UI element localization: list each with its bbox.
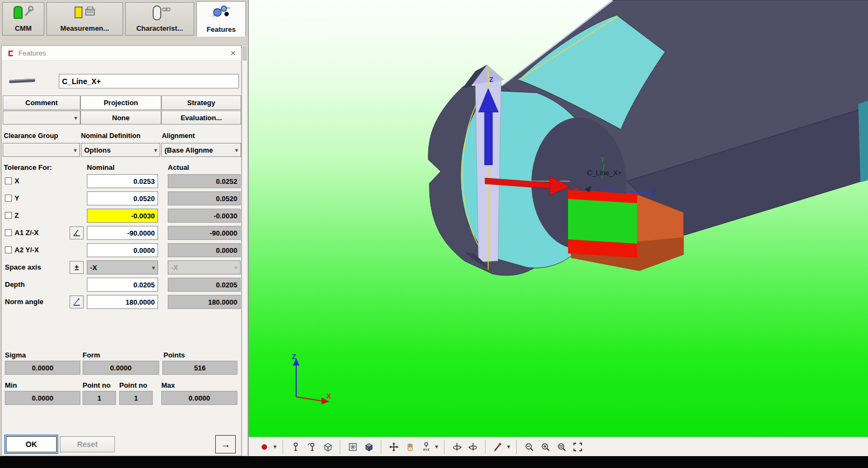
depth-actual-value: 0.0205 bbox=[216, 281, 237, 289]
comment-button-label: Comment bbox=[25, 99, 58, 107]
max-value: 0.0000 bbox=[189, 394, 210, 402]
plus-minus-button[interactable]: ± bbox=[70, 261, 84, 274]
feature-y-axis-label: Y bbox=[600, 156, 605, 163]
max-field: 0.0000 bbox=[161, 391, 237, 405]
pan-view-button[interactable] bbox=[387, 440, 401, 454]
rotate-axis-ccw-icon bbox=[468, 442, 479, 452]
min-field: 0.0000 bbox=[5, 391, 80, 405]
stylus-tool-button[interactable] bbox=[491, 440, 505, 454]
iso-view-button[interactable] bbox=[321, 440, 335, 454]
triad-x-label: X bbox=[326, 392, 331, 400]
z-nominal-input[interactable] bbox=[87, 209, 158, 223]
readout-z: Z =-0.0030 bbox=[279, 29, 326, 38]
bottom-strip bbox=[0, 456, 868, 468]
sigma-label: Sigma bbox=[5, 351, 26, 359]
next-feature-button[interactable]: → bbox=[215, 435, 236, 453]
scrollbar-thumb[interactable] bbox=[243, 46, 247, 60]
x-nominal-input[interactable] bbox=[87, 174, 158, 188]
probe-display-button-2[interactable] bbox=[305, 440, 319, 454]
a1-actual-field: -90.0000 bbox=[168, 226, 241, 240]
angle-reference-icon bbox=[72, 228, 81, 238]
sigma-value: 0.0000 bbox=[32, 364, 53, 372]
clearance-group-select[interactable]: ▾ bbox=[3, 143, 80, 157]
zoom-in-button[interactable] bbox=[538, 440, 552, 454]
projection-button[interactable]: Projection bbox=[80, 95, 161, 110]
depth-nominal-input[interactable] bbox=[87, 278, 158, 292]
arrow-right-icon: → bbox=[221, 439, 230, 450]
strategy-button[interactable]: Strategy bbox=[161, 95, 241, 110]
dialog-scrollbar[interactable] bbox=[242, 45, 248, 456]
points-field: 516 bbox=[162, 361, 237, 375]
y-checkbox[interactable] bbox=[5, 195, 12, 202]
norm-angle-nominal-input[interactable] bbox=[87, 295, 158, 309]
tab-characteristics-label: Characterist... bbox=[136, 24, 183, 32]
chevron-down-icon: ▾ bbox=[152, 265, 155, 271]
norm-angle-actual-field: 180.0000 bbox=[168, 295, 241, 309]
x-actual-value: 0.0252 bbox=[216, 177, 237, 185]
x-checkbox[interactable] bbox=[5, 177, 12, 184]
nominal-definition-label: Nominal Definition bbox=[81, 132, 140, 140]
rotate-view-button-1[interactable] bbox=[450, 440, 464, 454]
comment-select[interactable]: ▾ bbox=[3, 111, 80, 125]
form-label: Form bbox=[83, 351, 100, 359]
space-axis-select[interactable]: -X ▾ bbox=[87, 260, 158, 274]
record-point-button[interactable] bbox=[257, 440, 271, 454]
tab-measurement[interactable]: Measuremen... bbox=[46, 2, 123, 36]
reset-button[interactable]: Reset bbox=[60, 436, 115, 452]
tab-features[interactable]: Features bbox=[196, 1, 246, 37]
projection-button-label: Projection bbox=[104, 99, 138, 107]
zoom-window-button[interactable] bbox=[555, 440, 569, 454]
readout-x: X =0.0263 bbox=[279, 11, 326, 20]
close-icon[interactable]: × bbox=[230, 49, 236, 58]
shaded-view-button[interactable] bbox=[362, 440, 376, 454]
cmm-machine-icon bbox=[12, 5, 35, 20]
norm-angle-button[interactable] bbox=[70, 295, 84, 308]
tab-features-label: Features bbox=[207, 25, 236, 33]
a1-nominal-input[interactable] bbox=[87, 226, 158, 240]
chevron-down-icon[interactable]: ▾ bbox=[274, 443, 277, 450]
nominal-definition-select[interactable]: Options ▾ bbox=[81, 143, 160, 157]
strategy-button-label: Strategy bbox=[187, 99, 215, 107]
readout-y: Y =0.0620 bbox=[279, 20, 326, 29]
z-checkbox[interactable] bbox=[5, 212, 12, 219]
projection-none-button[interactable]: None bbox=[80, 111, 161, 125]
chevron-down-icon[interactable]: ▾ bbox=[435, 443, 439, 450]
evaluation-button[interactable]: Evaluation... bbox=[161, 111, 241, 125]
comment-button[interactable]: Comment bbox=[3, 95, 80, 110]
wireframe-view-button[interactable] bbox=[346, 440, 360, 454]
cad-viewport[interactable]: Z Z Y X Z X X =0.0263 Y =0.0620 Z =-0.00… bbox=[248, 0, 868, 456]
space-axis-value: -X bbox=[90, 264, 97, 272]
y-row-label: Y bbox=[15, 194, 19, 202]
grab-view-button[interactable] bbox=[403, 440, 417, 454]
a2-nominal-input[interactable] bbox=[87, 243, 158, 257]
feature-label: C_Line_X+ bbox=[587, 169, 622, 177]
fit-view-button[interactable] bbox=[571, 440, 585, 454]
characteristics-icon bbox=[149, 5, 170, 21]
zoom-out-button[interactable] bbox=[522, 440, 536, 454]
point-no-value-1: 1 bbox=[97, 394, 101, 402]
a1-checkbox[interactable] bbox=[5, 229, 12, 236]
a2-checkbox[interactable] bbox=[5, 246, 12, 253]
tab-cmm[interactable]: CMM bbox=[2, 2, 44, 36]
ok-button[interactable]: OK bbox=[6, 436, 57, 452]
actual-header: Actual bbox=[168, 163, 189, 171]
feature-name-input[interactable] bbox=[59, 74, 239, 88]
y-nominal-input[interactable] bbox=[87, 191, 158, 205]
form-value: 0.0000 bbox=[110, 364, 132, 372]
chevron-down-icon: ▾ bbox=[154, 147, 157, 153]
toolbar-separator bbox=[516, 440, 517, 454]
depth-label: Depth bbox=[5, 280, 25, 288]
angle-reference-button[interactable] bbox=[70, 226, 84, 239]
shaded-cube-icon bbox=[364, 442, 374, 452]
probe-xyz-button[interactable]: XYZ bbox=[419, 440, 433, 454]
probe-display-button-1[interactable] bbox=[289, 440, 303, 454]
tab-characteristics[interactable]: Characterist... bbox=[125, 2, 194, 36]
alignment-select[interactable]: (Base Alignme ▾ bbox=[161, 143, 241, 157]
toolbar-separator bbox=[283, 440, 284, 454]
rotate-view-button-2[interactable] bbox=[466, 440, 480, 454]
toolbar-separator bbox=[444, 440, 445, 454]
space-axis-label: Space axis bbox=[5, 263, 41, 271]
pan-icon bbox=[388, 442, 399, 452]
space-axis-actual-select: -X ▾ bbox=[168, 260, 241, 274]
chevron-down-icon[interactable]: ▾ bbox=[507, 443, 510, 450]
